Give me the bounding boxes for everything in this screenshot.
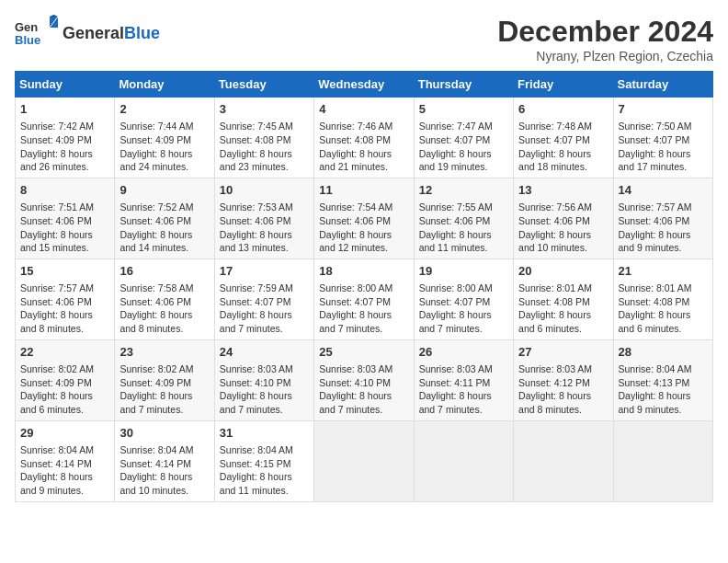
day-info-line: Sunset: 4:10 PM bbox=[319, 376, 408, 390]
day-info-line: Sunrise: 8:04 AM bbox=[619, 362, 708, 376]
calendar-day-cell: 28Sunrise: 8:04 AMSunset: 4:13 PMDayligh… bbox=[613, 339, 712, 420]
calendar-day-cell: 30Sunrise: 8:04 AMSunset: 4:14 PMDayligh… bbox=[115, 420, 214, 501]
calendar-day-cell bbox=[613, 420, 712, 501]
day-info-line: Sunset: 4:08 PM bbox=[220, 133, 309, 147]
calendar-day-cell: 3Sunrise: 7:45 AMSunset: 4:08 PMDaylight… bbox=[214, 98, 313, 178]
day-info-line: Sunrise: 7:46 AM bbox=[319, 120, 408, 133]
day-info-line: Sunset: 4:11 PM bbox=[419, 376, 508, 390]
day-info-line: Sunrise: 7:56 AM bbox=[518, 201, 608, 214]
day-info-line: Daylight: 8 hours bbox=[619, 228, 708, 242]
calendar-day-cell: 17Sunrise: 7:59 AMSunset: 4:07 PMDayligh… bbox=[214, 259, 313, 339]
calendar-day-cell: 25Sunrise: 8:03 AMSunset: 4:10 PMDayligh… bbox=[314, 339, 414, 420]
day-info-line: Sunset: 4:06 PM bbox=[119, 295, 209, 309]
calendar-day-cell: 8Sunrise: 7:51 AMSunset: 4:06 PMDaylight… bbox=[16, 178, 115, 259]
day-info-line: Sunset: 4:06 PM bbox=[20, 295, 109, 309]
day-number: 14 bbox=[619, 182, 708, 199]
day-info-line: and 7 minutes. bbox=[119, 403, 209, 417]
day-info-line: and 7 minutes. bbox=[220, 322, 309, 336]
day-info-line: and 18 minutes. bbox=[518, 160, 608, 174]
day-number: 5 bbox=[419, 101, 508, 118]
weekday-header: Wednesday bbox=[314, 72, 414, 98]
calendar-day-cell: 4Sunrise: 7:46 AMSunset: 4:08 PMDaylight… bbox=[314, 98, 414, 178]
day-info-line: and 9 minutes. bbox=[20, 484, 109, 498]
day-info-line: Sunset: 4:09 PM bbox=[119, 133, 209, 147]
calendar-day-cell: 26Sunrise: 8:03 AMSunset: 4:11 PMDayligh… bbox=[414, 339, 513, 420]
day-info-line: Sunrise: 7:47 AM bbox=[419, 120, 508, 133]
day-info-line: Daylight: 8 hours bbox=[119, 147, 209, 161]
day-info-line: Daylight: 8 hours bbox=[220, 228, 309, 242]
day-number: 4 bbox=[319, 101, 408, 118]
day-number: 26 bbox=[419, 344, 508, 361]
day-number: 20 bbox=[518, 263, 608, 280]
day-info-line: Sunrise: 8:02 AM bbox=[20, 362, 109, 376]
day-info-line: Sunset: 4:08 PM bbox=[619, 295, 708, 309]
day-info-line: Sunset: 4:07 PM bbox=[518, 133, 608, 147]
day-info-line: and 7 minutes. bbox=[319, 403, 408, 417]
day-info-line: Sunrise: 7:52 AM bbox=[119, 201, 209, 214]
svg-text:Blue: Blue bbox=[15, 33, 40, 47]
day-info-line: Sunrise: 8:03 AM bbox=[518, 362, 608, 376]
day-info-line: Sunrise: 7:48 AM bbox=[518, 120, 608, 133]
day-info-line: and 8 minutes. bbox=[518, 403, 608, 417]
day-info-line: Daylight: 8 hours bbox=[20, 228, 109, 242]
day-info-line: and 9 minutes. bbox=[619, 403, 708, 417]
calendar-table: SundayMondayTuesdayWednesdayThursdayFrid… bbox=[15, 71, 713, 502]
day-info-line: Sunrise: 7:57 AM bbox=[619, 201, 708, 214]
day-info-line: and 17 minutes. bbox=[619, 160, 708, 174]
svg-marker-3 bbox=[50, 15, 58, 17]
calendar-day-cell: 22Sunrise: 8:02 AMSunset: 4:09 PMDayligh… bbox=[16, 339, 115, 420]
logo-blue-text: Blue bbox=[124, 24, 160, 42]
day-number: 22 bbox=[20, 344, 109, 361]
day-info-line: Daylight: 8 hours bbox=[619, 389, 708, 403]
day-info-line: Sunrise: 8:03 AM bbox=[319, 362, 408, 376]
calendar-day-cell: 5Sunrise: 7:47 AMSunset: 4:07 PMDaylight… bbox=[414, 98, 513, 178]
day-info-line: Sunrise: 7:54 AM bbox=[319, 201, 408, 214]
day-number: 31 bbox=[220, 425, 309, 442]
day-info-line: and 21 minutes. bbox=[319, 160, 408, 174]
day-info-line: Daylight: 8 hours bbox=[518, 228, 608, 242]
day-info-line: Daylight: 8 hours bbox=[20, 470, 109, 484]
day-number: 18 bbox=[319, 263, 408, 280]
calendar-day-cell: 14Sunrise: 7:57 AMSunset: 4:06 PMDayligh… bbox=[613, 178, 712, 259]
day-info-line: and 26 minutes. bbox=[20, 160, 109, 174]
calendar-day-cell: 6Sunrise: 7:48 AMSunset: 4:07 PMDaylight… bbox=[514, 98, 613, 178]
day-info-line: Sunrise: 8:01 AM bbox=[518, 282, 608, 295]
calendar-day-cell: 13Sunrise: 7:56 AMSunset: 4:06 PMDayligh… bbox=[514, 178, 613, 259]
day-info-line: Sunset: 4:07 PM bbox=[220, 295, 309, 309]
day-info-line: Sunset: 4:09 PM bbox=[119, 376, 209, 390]
day-info-line: Sunrise: 8:00 AM bbox=[419, 282, 508, 295]
day-info-line: Sunset: 4:06 PM bbox=[319, 214, 408, 228]
day-info-line: Daylight: 8 hours bbox=[20, 389, 109, 403]
logo-svg: Gen Blue bbox=[15, 15, 59, 52]
page-header: Gen Blue GeneralBlue December 2024 Nyran… bbox=[15, 15, 713, 63]
day-info-line: Daylight: 8 hours bbox=[518, 147, 608, 161]
day-info-line: Daylight: 8 hours bbox=[319, 308, 408, 322]
weekday-header: Sunday bbox=[16, 72, 115, 98]
day-number: 21 bbox=[619, 263, 708, 280]
day-info-line: Sunrise: 7:50 AM bbox=[619, 120, 708, 133]
day-info-line: Daylight: 8 hours bbox=[419, 308, 508, 322]
day-info-line: Daylight: 8 hours bbox=[619, 147, 708, 161]
calendar-week-row: 1Sunrise: 7:42 AMSunset: 4:09 PMDaylight… bbox=[16, 98, 713, 178]
day-info-line: Sunrise: 8:03 AM bbox=[419, 362, 508, 376]
svg-text:Gen: Gen bbox=[15, 20, 38, 34]
day-number: 1 bbox=[20, 101, 109, 118]
day-info-line: Sunrise: 7:58 AM bbox=[119, 282, 209, 295]
day-info-line: and 9 minutes. bbox=[619, 241, 708, 255]
day-info-line: Sunset: 4:06 PM bbox=[20, 214, 109, 228]
day-info-line: Sunset: 4:06 PM bbox=[619, 214, 708, 228]
day-info-line: Sunrise: 8:04 AM bbox=[119, 443, 209, 457]
calendar-day-cell bbox=[514, 420, 613, 501]
day-info-line: Sunrise: 8:01 AM bbox=[619, 282, 708, 295]
calendar-day-cell: 27Sunrise: 8:03 AMSunset: 4:12 PMDayligh… bbox=[514, 339, 613, 420]
day-info-line: and 8 minutes. bbox=[20, 322, 109, 336]
day-info-line: Daylight: 8 hours bbox=[419, 389, 508, 403]
day-info-line: Sunset: 4:06 PM bbox=[220, 214, 309, 228]
day-number: 3 bbox=[220, 101, 309, 118]
day-number: 8 bbox=[20, 182, 109, 199]
day-number: 28 bbox=[619, 344, 708, 361]
month-title: December 2024 bbox=[497, 15, 713, 49]
day-info-line: and 7 minutes. bbox=[220, 403, 309, 417]
day-number: 6 bbox=[518, 101, 608, 118]
day-info-line: Sunset: 4:09 PM bbox=[20, 376, 109, 390]
